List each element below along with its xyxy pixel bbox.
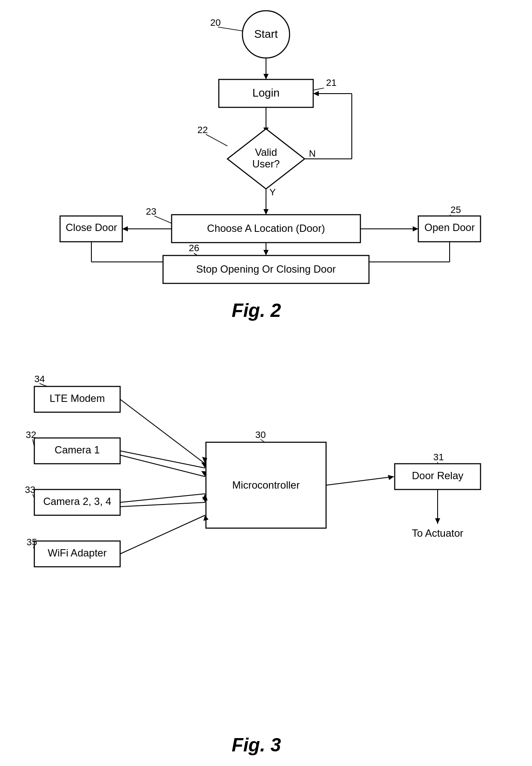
svg-text:Stop Opening Or Closing Door: Stop Opening Or Closing Door	[196, 263, 336, 275]
svg-text:To Actuator: To Actuator	[412, 527, 463, 539]
diagrams-svg: Start 20 Login 21 Valid User? 22 N Y	[0, 0, 532, 766]
svg-text:N: N	[309, 148, 316, 159]
svg-line-86	[120, 502, 205, 507]
svg-line-78	[120, 399, 205, 464]
svg-text:Start: Start	[254, 27, 278, 40]
svg-text:Y: Y	[269, 187, 276, 198]
svg-text:Close Door: Close Door	[66, 222, 117, 233]
svg-text:User?: User?	[252, 158, 280, 170]
svg-text:20: 20	[210, 17, 221, 28]
svg-text:23: 23	[146, 206, 156, 217]
svg-text:Camera 2, 3, 4: Camera 2, 3, 4	[43, 495, 112, 507]
svg-text:Door Relay: Door Relay	[412, 470, 463, 481]
svg-text:34: 34	[34, 374, 45, 384]
svg-text:Choose A Location (Door): Choose A Location (Door)	[207, 222, 325, 234]
svg-marker-32	[122, 226, 128, 231]
svg-line-9	[313, 88, 324, 90]
svg-text:Camera 1: Camera 1	[54, 444, 100, 456]
svg-text:Valid: Valid	[255, 146, 277, 158]
svg-text:Fig. 2: Fig. 2	[232, 300, 281, 321]
svg-text:22: 22	[197, 125, 208, 135]
svg-line-28	[154, 216, 172, 223]
svg-line-16	[206, 134, 227, 146]
svg-marker-45	[263, 250, 269, 255]
svg-marker-36	[413, 226, 418, 231]
svg-text:Microcontroller: Microcontroller	[232, 479, 299, 491]
svg-text:32: 32	[26, 429, 36, 440]
svg-text:21: 21	[326, 77, 336, 88]
svg-text:Fig. 3: Fig. 3	[232, 734, 281, 755]
svg-text:30: 30	[255, 429, 266, 440]
svg-line-90	[326, 477, 394, 485]
svg-text:31: 31	[433, 452, 444, 462]
svg-text:Open Door: Open Door	[424, 222, 475, 233]
svg-text:WiFi Adapter: WiFi Adapter	[48, 547, 106, 559]
svg-line-84	[120, 494, 205, 502]
svg-text:35: 35	[27, 537, 37, 547]
page-container: Start 20 Login 21 Valid User? 22 N Y	[0, 0, 532, 766]
svg-text:33: 33	[25, 484, 35, 495]
svg-text:LTE Modem: LTE Modem	[50, 392, 105, 404]
svg-marker-93	[435, 518, 440, 524]
svg-marker-5	[263, 74, 269, 79]
svg-text:25: 25	[450, 204, 461, 215]
svg-marker-21	[313, 91, 319, 96]
svg-text:Login: Login	[252, 86, 280, 99]
svg-line-88	[120, 515, 205, 554]
svg-text:26: 26	[189, 243, 199, 253]
svg-marker-91	[388, 475, 394, 480]
svg-line-3	[218, 27, 242, 31]
svg-marker-24	[263, 209, 269, 215]
